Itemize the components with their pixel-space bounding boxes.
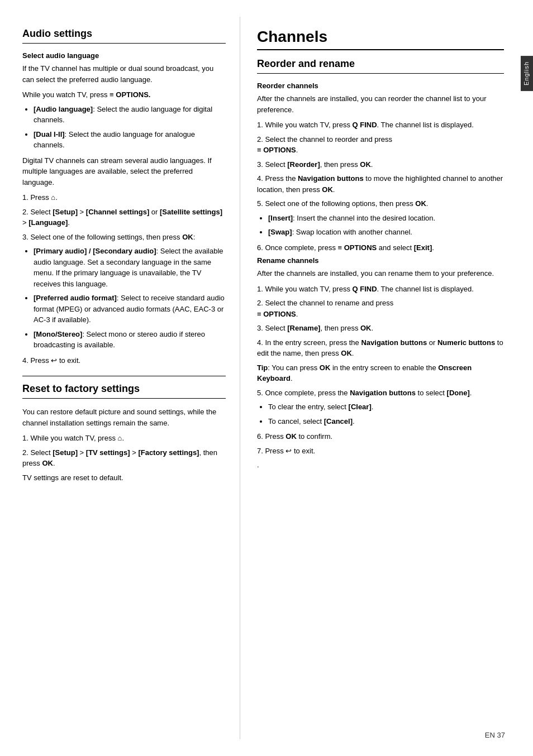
reset-step3: TV settings are reset to default. xyxy=(22,472,226,484)
reorder-step3-text: 3. Select [Reorder], then press OK. xyxy=(257,160,373,169)
audio-lang-bullet-1: [Audio language]: Select the audio langu… xyxy=(34,104,226,126)
audio-lang-para1: If the TV channel has multiple or dual s… xyxy=(22,63,226,85)
reorder-heading: Reorder channels xyxy=(257,82,504,90)
while-watch-step: While you watch TV, press ≡ OPTIONS. xyxy=(22,89,226,101)
reorder-step6: 6. Once complete, press ≡ OPTIONS and se… xyxy=(257,242,504,253)
reorder-para1: After the channels are installed, you ca… xyxy=(257,93,504,115)
audio-lang-bullet-2: [Dual I-II]: Select the audio language f… xyxy=(34,129,226,151)
audio-settings-title: Audio settings xyxy=(22,28,226,44)
rename-step3: 3. Select [Rename], then press OK. xyxy=(257,323,504,334)
audio-step1-text: 1. Press xyxy=(22,193,49,202)
reset-step1: 1. While you watch TV, press ⌂. xyxy=(22,433,226,444)
right-column: Channels Reorder and rename Reorder chan… xyxy=(240,17,521,739)
rename-step2-text: 2. Select the channel to rename and pres… xyxy=(257,299,393,318)
rename-step3-text: 3. Select [Rename], then press OK. xyxy=(257,324,373,332)
reorder-step2: 2. Select the channel to reorder and pre… xyxy=(257,134,504,156)
audio-step3: 3. Select one of the following settings,… xyxy=(22,232,226,243)
rename-tip-text: Tip: You can press OK in the entry scree… xyxy=(257,363,472,383)
home-icon-1: ⌂ xyxy=(51,193,55,202)
rename-tip: Tip: You can press OK in the entry scree… xyxy=(257,362,504,384)
reorder-bullet-2: [Swap]: Swap location with another chann… xyxy=(268,227,504,238)
reorder-step3: 3. Select [Reorder], then press OK. xyxy=(257,159,504,170)
audio-lang-bullets: [Audio language]: Select the audio langu… xyxy=(34,104,226,151)
audio-sub-bullet-3: [Mono/Stereo]: Select mono or stereo aud… xyxy=(34,329,226,351)
clear-text: To clear the entry, select [Clear]. xyxy=(268,403,373,411)
audio-step3-text: 3. Select one of the following settings,… xyxy=(22,233,195,241)
rename-step4: 4. In the entry screen, press the Naviga… xyxy=(257,337,504,359)
rename-step5: 5. Once complete, press the Navigation b… xyxy=(257,387,504,399)
audio-sub-bullets: [Primary audio] / [Secondary audio]: Sel… xyxy=(34,246,226,351)
reorder-bullets: [Insert]: Insert the channel into the de… xyxy=(268,213,504,238)
audio-lang-bullet-1-bold: [Audio language] xyxy=(34,105,93,113)
insert-bold: [Insert] xyxy=(268,214,293,222)
audio-step4-text: 4. Press ↩ to exit. xyxy=(22,356,80,365)
rename-step1: 1. While you watch TV, press Q FIND. The… xyxy=(257,284,504,295)
reorder-step4: 4. Press the Navigation buttons to move … xyxy=(257,173,504,195)
rename-step5-text: 5. Once complete, press the Navigation b… xyxy=(257,389,472,397)
select-audio-lang-heading: Select audio language xyxy=(22,51,226,60)
audio-lang-para2: Digital TV channels can stream several a… xyxy=(22,155,226,188)
rename-step6-text: 6. Press OK to confirm. xyxy=(257,432,332,441)
reorder-rename-title: Reorder and rename xyxy=(257,58,504,74)
audio-step2-text: 2. Select [Setup] > [Channel settings] o… xyxy=(22,208,222,227)
rename-para1: After the channels are installed, you ca… xyxy=(257,268,504,279)
reset-step2-text: 2. Select [Setup] > [TV settings] > [Fac… xyxy=(22,448,217,468)
audio-step4: 4. Press ↩ to exit. xyxy=(22,355,226,366)
left-column: Audio settings Select audio language If … xyxy=(0,17,240,739)
swap-rest: : Swap location with another channel. xyxy=(292,228,412,236)
reset-step2: 2. Select [Setup] > [TV settings] > [Fac… xyxy=(22,447,226,469)
page-number: EN 37 xyxy=(485,731,505,739)
rename-heading: Rename channels xyxy=(257,256,504,265)
reorder-step4-text: 4. Press the Navigation buttons to move … xyxy=(257,174,503,194)
rename-step6: 6. Press OK to confirm. xyxy=(257,431,504,442)
options-text-1: OPTIONS. xyxy=(116,90,150,99)
reset-para1: You can restore default picture and soun… xyxy=(22,406,226,428)
audio-step2: 2. Select [Setup] > [Channel settings] o… xyxy=(22,207,226,228)
reorder-step1-text: 1. While you watch TV, press Q FIND. The… xyxy=(257,121,474,129)
divider-1 xyxy=(22,376,226,376)
rename-bullet-2: To cancel, select [Cancel]. xyxy=(268,416,504,427)
reorder-step2-text: 2. Select the channel to reorder and pre… xyxy=(257,135,392,155)
channels-title: Channels xyxy=(257,28,504,50)
preferred-audio-bold: [Preferred audio format] xyxy=(34,294,117,302)
rename-bullet-1: To clear the entry, select [Clear]. xyxy=(268,401,504,413)
reset-step1-text: 1. While you watch TV, press ⌂. xyxy=(22,434,124,442)
page-footer: EN 37 xyxy=(485,731,505,739)
reorder-step1: 1. While you watch TV, press Q FIND. The… xyxy=(257,119,504,131)
reorder-bullet-1: [Insert]: Insert the channel into the de… xyxy=(268,213,504,224)
rename-bullets: To clear the entry, select [Clear]. To c… xyxy=(268,401,504,427)
audio-lang-bullet-2-bold: [Dual I-II] xyxy=(34,130,65,138)
rename-step4-text: 4. In the entry screen, press the Naviga… xyxy=(257,338,503,358)
reorder-step5: 5. Select one of the following options, … xyxy=(257,198,504,209)
while-watch-text: While you watch TV, press xyxy=(22,90,107,99)
reorder-step6-text: 6. Once complete, press ≡ OPTIONS and se… xyxy=(257,243,434,252)
language-label: English xyxy=(523,61,530,85)
audio-sub-bullet-1: [Primary audio] / [Secondary audio]: Sel… xyxy=(34,246,226,289)
audio-step1: 1. Press ⌂. xyxy=(22,192,226,203)
mono-stereo-bold: [Mono/Stereo] xyxy=(34,330,82,338)
language-tab: English xyxy=(521,56,533,91)
audio-sub-bullet-2: [Preferred audio format]: Select to rece… xyxy=(34,293,226,326)
primary-audio-bold: [Primary audio] / [Secondary audio] xyxy=(34,247,156,255)
swap-bold: [Swap] xyxy=(268,228,292,236)
rename-step7: 7. Press ↩ to exit. xyxy=(257,446,504,457)
final-dot: . xyxy=(257,460,504,471)
cancel-text: To cancel, select [Cancel]. xyxy=(268,417,355,425)
reset-section-title: Reset to factory settings xyxy=(22,383,226,399)
rename-step7-text: 7. Press ↩ to exit. xyxy=(257,447,315,455)
rename-step1-text: 1. While you watch TV, press Q FIND. The… xyxy=(257,285,474,293)
rename-step2: 2. Select the channel to rename and pres… xyxy=(257,298,504,319)
insert-rest: : Insert the channel into the desired lo… xyxy=(293,214,435,222)
options-icon-1: ≡ xyxy=(110,90,116,99)
reorder-step5-text: 5. Select one of the following options, … xyxy=(257,199,428,208)
